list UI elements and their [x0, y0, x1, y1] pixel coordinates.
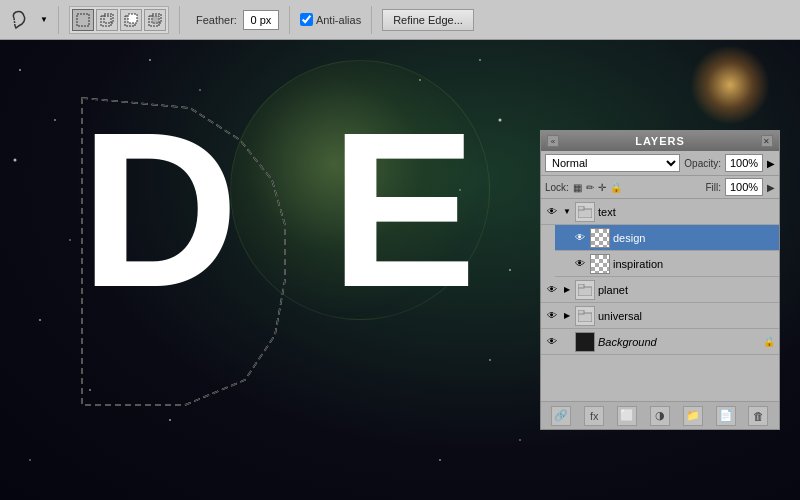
blend-mode-select[interactable]: Normal — [545, 154, 680, 172]
svg-point-8 — [19, 69, 21, 71]
fill-arrow[interactable]: ▶ — [767, 182, 775, 193]
intersect-selection-btn[interactable] — [144, 9, 166, 31]
layers-panel: « LAYERS ✕ Normal Opacity: ▶ Lock: ▦ ✏ ✛… — [540, 130, 780, 430]
svg-point-15 — [479, 59, 481, 61]
layer-inspiration[interactable]: 👁 inspiration — [555, 251, 779, 277]
separator-2 — [179, 6, 180, 34]
feather-label: Feather: — [196, 14, 237, 26]
feather-input[interactable] — [243, 10, 279, 30]
layer-thumb-planet — [575, 280, 595, 300]
layer-thumb-universal — [575, 306, 595, 326]
fill-label: Fill: — [705, 182, 721, 193]
antialias-checkbox[interactable] — [300, 13, 313, 26]
layers-mode-row: Normal Opacity: ▶ — [541, 151, 779, 176]
svg-point-10 — [14, 159, 17, 162]
new-selection-btn[interactable] — [72, 9, 94, 31]
layers-lock-row: Lock: ▦ ✏ ✛ 🔒 Fill: ▶ — [541, 176, 779, 199]
layer-name-design: design — [613, 232, 775, 244]
layers-footer: 🔗 fx ⬜ ◑ 📁 📄 🗑 — [541, 401, 779, 429]
subtract-selection-btn[interactable] — [120, 9, 142, 31]
layer-eye-text[interactable]: 👁 — [545, 205, 559, 219]
layer-text-group[interactable]: 👁 ▼ text — [541, 199, 779, 225]
svg-rect-4 — [128, 14, 137, 23]
delete-layer-btn[interactable]: 🗑 — [748, 406, 768, 426]
lens-flare — [690, 45, 770, 125]
lock-move-icon[interactable]: ✛ — [598, 182, 606, 193]
fill-input[interactable] — [725, 178, 763, 196]
antialias-label: Anti-alias — [316, 14, 361, 26]
svg-rect-29 — [578, 206, 584, 210]
svg-point-23 — [169, 419, 171, 421]
lock-all-icon[interactable]: 🔒 — [610, 182, 622, 193]
layer-eye-universal[interactable]: 👁 — [545, 309, 559, 323]
layer-thumb-text — [575, 202, 595, 222]
svg-point-16 — [499, 119, 502, 122]
antialias-checkbox-container: Anti-alias — [300, 13, 361, 26]
svg-point-25 — [439, 459, 441, 461]
svg-rect-31 — [578, 284, 584, 288]
lock-paint-icon[interactable]: ✏ — [586, 182, 594, 193]
panel-titlebar: « LAYERS ✕ — [541, 131, 779, 151]
separator-1 — [58, 6, 59, 34]
svg-rect-33 — [578, 310, 584, 314]
lock-label: Lock: — [545, 182, 569, 193]
layer-expand-planet[interactable]: ▶ — [562, 285, 572, 295]
tool-dropdown-arrow[interactable]: ▼ — [40, 15, 48, 24]
svg-rect-7 — [152, 16, 159, 24]
layers-list: 👁 ▼ text 👁 design 👁 inspiration 👁 — [541, 199, 779, 401]
layer-effects-btn[interactable]: fx — [584, 406, 604, 426]
opacity-label: Opacity: — [684, 158, 721, 169]
new-layer-btn[interactable]: 📄 — [716, 406, 736, 426]
svg-point-18 — [509, 269, 511, 271]
panel-collapse-btn[interactable]: « — [547, 135, 559, 147]
refine-edge-button[interactable]: Refine Edge... — [382, 9, 474, 31]
layer-lock-background: 🔒 — [763, 336, 775, 347]
svg-point-20 — [519, 439, 521, 441]
svg-rect-0 — [77, 14, 89, 26]
panel-controls: « — [547, 135, 559, 147]
separator-4 — [371, 6, 372, 34]
layer-eye-planet[interactable]: 👁 — [545, 283, 559, 297]
layer-expand-text[interactable]: ▼ — [562, 207, 572, 217]
adjustment-btn[interactable]: ◑ — [650, 406, 670, 426]
layer-eye-background[interactable]: 👁 — [545, 335, 559, 349]
panel-close-btn[interactable]: ✕ — [761, 135, 773, 147]
svg-rect-1 — [101, 16, 111, 26]
svg-point-12 — [39, 319, 41, 321]
layer-planet-group[interactable]: 👁 ▶ planet — [541, 277, 779, 303]
layer-eye-design[interactable]: 👁 — [573, 231, 587, 245]
lock-transparent-icon[interactable]: ▦ — [573, 182, 582, 193]
mask-btn[interactable]: ⬜ — [617, 406, 637, 426]
add-selection-btn[interactable] — [96, 9, 118, 31]
letter-d: D — [80, 100, 239, 320]
svg-point-14 — [29, 459, 31, 461]
svg-point-9 — [54, 119, 56, 121]
layer-name-universal: universal — [598, 310, 775, 322]
separator-3 — [289, 6, 290, 34]
layer-thumb-design — [590, 228, 610, 248]
layer-background[interactable]: 👁 ▶ Background 🔒 — [541, 329, 779, 355]
layer-universal-group[interactable]: 👁 ▶ universal — [541, 303, 779, 329]
layer-thumb-background — [575, 332, 595, 352]
selection-mode-group — [69, 6, 169, 34]
svg-point-19 — [489, 359, 491, 361]
layer-name-planet: planet — [598, 284, 775, 296]
svg-point-13 — [89, 389, 91, 391]
svg-rect-2 — [104, 14, 113, 23]
lasso-tool-icon[interactable] — [8, 8, 32, 32]
layer-name-background: Background — [598, 336, 760, 348]
letter-e: E — [330, 100, 477, 320]
link-layers-btn[interactable]: 🔗 — [551, 406, 571, 426]
opacity-input[interactable] — [725, 154, 763, 172]
layer-thumb-inspiration — [590, 254, 610, 274]
svg-point-21 — [149, 59, 151, 61]
layer-name-text: text — [598, 206, 775, 218]
layer-eye-inspiration[interactable]: 👁 — [573, 257, 587, 271]
folder-btn[interactable]: 📁 — [683, 406, 703, 426]
opacity-arrow[interactable]: ▶ — [767, 158, 775, 169]
svg-point-11 — [69, 239, 71, 241]
layer-expand-universal[interactable]: ▶ — [562, 311, 572, 321]
toolbar: ▼ Feather: — [0, 0, 800, 40]
layer-design[interactable]: 👁 design — [555, 225, 779, 251]
panel-title: LAYERS — [635, 135, 685, 147]
